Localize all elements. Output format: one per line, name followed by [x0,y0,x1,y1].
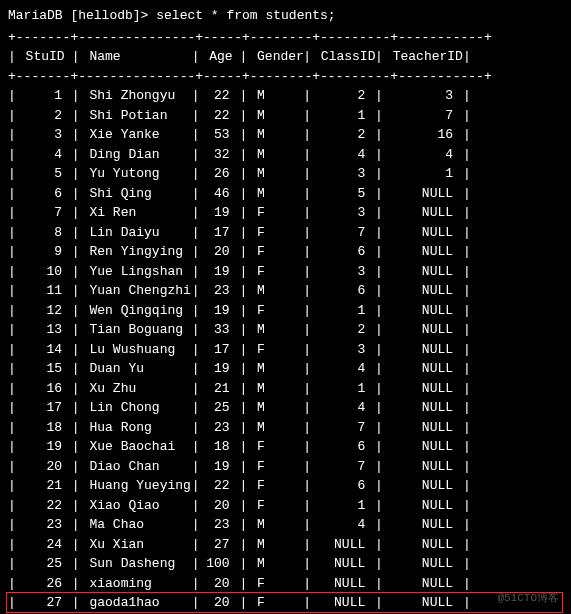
cell: Shi Potian [80,106,192,126]
cell: 3 [16,125,72,145]
cell: NULL [311,574,375,594]
cell: NULL [383,535,463,555]
table-row: |3 | Xie Yanke|53 | M|2 |16 | [8,125,563,145]
cell: 11 [16,281,72,301]
cell: 19 [16,437,72,457]
cell: M [247,281,303,301]
cell: 20 [199,496,239,516]
cell: 6 [16,184,72,204]
cell: 1 [16,86,72,106]
cell: Shi Qing [80,184,192,204]
cell: 18 [199,437,239,457]
cell: 17 [199,340,239,360]
cell: Xi Ren [80,203,192,223]
cell: Hua Rong [80,418,192,438]
cell: NULL [383,457,463,477]
cell: 3 [311,262,375,282]
table-row: |18 | Hua Rong|23 | M|7 |NULL | [8,418,563,438]
cell: 6 [311,281,375,301]
cell: F [247,203,303,223]
cell: Age [199,47,239,67]
cell: Duan Yu [80,359,192,379]
table-row: |25 | Sun Dasheng|100 | M|NULL |NULL | [8,554,563,574]
table-row: |9 | Ren Yingying|20 | F|6 |NULL | [8,242,563,262]
table-row: |7 | Xi Ren|19 | F|3 |NULL | [8,203,563,223]
table-row: |19 | Xue Baochai|18 | F|6 |NULL | [8,437,563,457]
cell: F [247,457,303,477]
cell: F [247,301,303,321]
cell: NULL [311,554,375,574]
cell: F [247,223,303,243]
cell: Ma Chao [80,515,192,535]
cell: 19 [199,203,239,223]
cell: 4 [311,145,375,165]
cell: Lin Daiyu [80,223,192,243]
cell: 7 [311,418,375,438]
cell: 19 [199,301,239,321]
cell: 23 [199,281,239,301]
cell: 18 [16,418,72,438]
cell: Ren Yingying [80,242,192,262]
cell: 4 [383,145,463,165]
cell: M [247,515,303,535]
cell: M [247,125,303,145]
cell: Shi Zhongyu [80,86,192,106]
cell: 26 [16,574,72,594]
cell: NULL [383,340,463,360]
cell: NULL [383,496,463,516]
cell: 22 [199,476,239,496]
cell: 22 [199,86,239,106]
cell: 20 [16,457,72,477]
table-row: |8 | Lin Daiyu|17 | F|7 |NULL | [8,223,563,243]
cell: StuID [16,47,72,67]
cell: 23 [16,515,72,535]
table-row: |10 | Yue Lingshan|19 | F|3 |NULL | [8,262,563,282]
cell: ClassID [311,47,375,67]
cell: 4 [311,398,375,418]
cell: 20 [199,242,239,262]
cell: Name [80,47,192,67]
cell: Xu Xian [80,535,192,555]
cell: Xie Yanke [80,125,192,145]
cell: 3 [311,164,375,184]
cell: 21 [16,476,72,496]
table-row: |5 | Yu Yutong|26 | M|3 |1 | [8,164,563,184]
cell: Ding Dian [80,145,192,165]
table-row: |17 | Lin Chong|25 | M|4 |NULL | [8,398,563,418]
cell: 33 [199,320,239,340]
cell: 13 [16,320,72,340]
cell: 7 [383,106,463,126]
table-row: |16 | Xu Zhu|21 | M|1 |NULL | [8,379,563,399]
sql-prompt[interactable]: MariaDB [hellodb]> select * from student… [8,6,563,26]
cell: 27 [199,535,239,555]
cell: gaoda1hao [80,593,192,613]
cell: M [247,106,303,126]
cell: 26 [199,164,239,184]
cell: NULL [383,437,463,457]
cell: 22 [16,496,72,516]
table-row: |14 | Lu Wushuang|17 | F|3 |NULL | [8,340,563,360]
table-row: |4 | Ding Dian|32 | M|4 |4 | [8,145,563,165]
cell: 22 [199,106,239,126]
cell: 46 [199,184,239,204]
table-row: |20 | Diao Chan|19 | F|7 |NULL | [8,457,563,477]
cell: Yu Yutong [80,164,192,184]
cell: 9 [16,242,72,262]
cell: 8 [16,223,72,243]
cell: 2 [311,86,375,106]
cell: NULL [383,476,463,496]
cell: 7 [16,203,72,223]
cell: 3 [311,203,375,223]
cell: NULL [383,320,463,340]
cell: 6 [311,476,375,496]
table-row: |23 | Ma Chao|23 | M|4 |NULL | [8,515,563,535]
separator-mid: +-------+---------------+-----+--------+… [8,67,563,87]
table-row: |24 | Xu Xian|27 | M|NULL |NULL | [8,535,563,555]
column-headers: | StuID| Name| Age| Gender| ClassID| Tea… [8,47,563,67]
table-row: |11 | Yuan Chengzhi|23 | M|6 |NULL | [8,281,563,301]
cell: M [247,320,303,340]
cell: F [247,476,303,496]
cell: 4 [311,515,375,535]
cell: M [247,554,303,574]
cell: 53 [199,125,239,145]
